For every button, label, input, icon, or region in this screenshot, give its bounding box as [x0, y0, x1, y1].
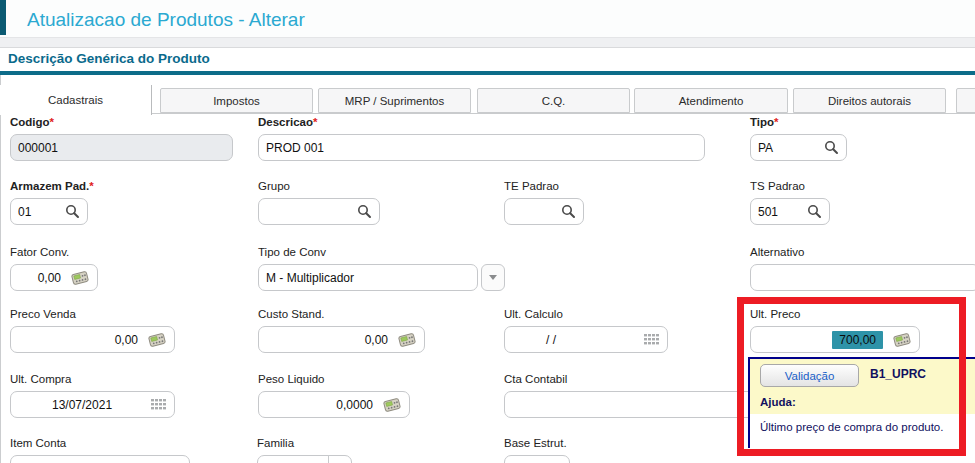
- tab-impostos[interactable]: Impostos: [160, 88, 313, 113]
- calculator-icon[interactable]: [147, 332, 167, 347]
- ult-calculo-input[interactable]: / /: [504, 326, 668, 353]
- descricao-input[interactable]: PROD 001: [258, 134, 705, 161]
- search-icon[interactable]: [807, 204, 822, 219]
- ult-compra-input[interactable]: 13/07/2021: [10, 391, 175, 418]
- search-icon[interactable]: [65, 204, 80, 219]
- tab-direitos-autorais[interactable]: Direitos autorais: [793, 88, 946, 113]
- preco-venda-input[interactable]: 0,00: [10, 326, 175, 353]
- field-ult-preco: Ult. Preco 700,00: [750, 307, 920, 353]
- field-help-tooltip: Validação B1_UPRC Ajuda: Último preço de…: [748, 357, 975, 448]
- field-preco-venda: Preco Venda 0,00: [10, 307, 175, 353]
- field-ult-compra: Ult. Compra 13/07/2021: [10, 372, 175, 418]
- calculator-icon[interactable]: [397, 332, 417, 347]
- combo-button[interactable]: [328, 455, 351, 463]
- field-peso-liquido: Peso Liquido 0,0000: [258, 372, 410, 418]
- field-tipo: Tipo* PA: [750, 115, 847, 161]
- field-base-estrut: Base Estrut.: [504, 436, 570, 463]
- te-padrao-input[interactable]: [504, 198, 584, 225]
- field-grupo: Grupo: [258, 179, 380, 225]
- field-fator-conv: Fator Conv. 0,00: [10, 245, 98, 291]
- tipo-input[interactable]: PA: [750, 134, 847, 161]
- codigo-input[interactable]: 000001: [10, 134, 233, 161]
- ult-preco-input[interactable]: 700,00: [750, 326, 920, 353]
- fator-conv-input[interactable]: 0,00: [10, 264, 98, 291]
- chevron-down-icon: [489, 275, 497, 280]
- field-alternativo: Alternativo: [750, 245, 975, 291]
- field-familia: Familia: [257, 436, 352, 463]
- tipo-conv-select[interactable]: M - Multiplicador: [258, 264, 478, 291]
- base-estrut-input[interactable]: [504, 455, 570, 463]
- tab-mrp-suprimentos[interactable]: MRP / Suprimentos: [318, 88, 471, 113]
- help-label: Ajuda:: [760, 396, 796, 408]
- field-ult-calculo: Ult. Calculo / /: [504, 307, 668, 353]
- tab-partial[interactable]: [956, 88, 975, 113]
- field-ts-padrao: TS Padrao 501: [750, 179, 830, 225]
- teal-accent-bar: [0, 0, 6, 35]
- tab-cadastrais[interactable]: Cadastrais: [0, 85, 152, 115]
- search-icon[interactable]: [561, 204, 576, 219]
- section-divider: [0, 71, 975, 75]
- window-title: Atualizacao de Produtos - Alterar: [27, 9, 305, 31]
- calculator-icon[interactable]: [382, 397, 402, 412]
- field-item-conta: Item Conta: [10, 436, 190, 463]
- calculator-icon[interactable]: [70, 270, 90, 285]
- field-codigo: Codigo* 000001: [10, 115, 233, 161]
- calendar-icon[interactable]: [644, 334, 660, 346]
- field-custo-stand: Custo Stand. 0,00: [258, 307, 425, 353]
- panel-left-border: [0, 75, 1, 463]
- toolbar-strip: [0, 37, 975, 48]
- familia-combo[interactable]: [257, 455, 352, 463]
- calendar-icon[interactable]: [151, 399, 167, 411]
- field-descricao: Descricao* PROD 001: [258, 115, 705, 161]
- field-armazem: Armazem Pad.* 01: [10, 179, 88, 225]
- calculator-icon[interactable]: [892, 332, 912, 347]
- validacao-button[interactable]: Validação: [760, 364, 859, 387]
- custo-stand-input[interactable]: 0,00: [258, 326, 425, 353]
- grupo-input[interactable]: [258, 198, 380, 225]
- peso-liquido-input[interactable]: 0,0000: [258, 391, 410, 418]
- search-icon[interactable]: [824, 140, 839, 155]
- field-tipo-conv: Tipo de Conv M - Multiplicador: [258, 245, 478, 291]
- alternativo-input[interactable]: [750, 264, 975, 291]
- tipo-conv-dropdown-button[interactable]: [481, 264, 505, 291]
- armazem-input[interactable]: 01: [10, 198, 88, 225]
- selected-text: 700,00: [832, 331, 883, 349]
- tab-strip-rule: [152, 113, 975, 114]
- field-te-padrao: TE Padrao: [504, 179, 584, 225]
- tab-cq[interactable]: C.Q.: [477, 88, 630, 113]
- field-code-label: B1_UPRC: [870, 367, 926, 381]
- ts-padrao-input[interactable]: 501: [750, 198, 830, 225]
- section-title: Descrição Genérica do Produto: [8, 51, 210, 66]
- tab-atendimento[interactable]: Atendimento: [634, 88, 788, 113]
- search-icon[interactable]: [357, 204, 372, 219]
- help-text: Último preço de compra do produto.: [760, 421, 943, 433]
- item-conta-input[interactable]: [10, 455, 190, 463]
